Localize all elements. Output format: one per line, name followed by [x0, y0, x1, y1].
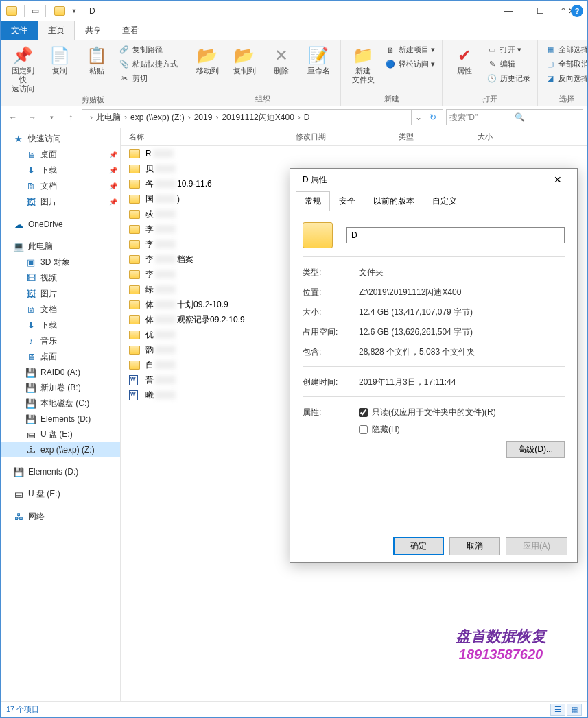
folder-icon: [129, 270, 140, 279]
up-button[interactable]: ↑: [62, 109, 79, 125]
forward-button[interactable]: →: [24, 109, 40, 125]
properties-button[interactable]: ✔属性: [447, 42, 482, 75]
history-button[interactable]: 🕓历史记录: [484, 72, 533, 85]
tree-drive-c[interactable]: 💾本地磁盘 (C:): [1, 396, 120, 411]
tree-quick-access[interactable]: ★快速访问: [1, 131, 120, 147]
edit-button[interactable]: ✎编辑: [484, 58, 533, 71]
tree-documents[interactable]: 🗎文档📌: [1, 178, 120, 194]
search-input[interactable]: 搜索"D" 🔍: [446, 109, 583, 125]
col-date[interactable]: 修改日期: [296, 132, 399, 142]
refresh-button[interactable]: ↻: [425, 112, 441, 122]
tab-security[interactable]: 安全: [330, 191, 364, 211]
copy-button[interactable]: 📄复制: [42, 42, 78, 75]
breadcrumb-item[interactable]: exp (\\exp) (Z:): [128, 112, 187, 122]
new-folder-button[interactable]: 📁新建 文件夹: [345, 42, 381, 84]
breadcrumb-item[interactable]: D: [301, 112, 313, 122]
tab-customize[interactable]: 自定义: [423, 191, 466, 211]
cancel-button[interactable]: 取消: [449, 537, 500, 555]
tree-network[interactable]: 🖧网络: [1, 509, 120, 525]
cut-button[interactable]: ✂剪切: [116, 72, 180, 85]
tab-share[interactable]: 共享: [75, 21, 112, 40]
tree-desktop[interactable]: 🖥桌面: [1, 349, 120, 365]
word-doc-icon: [129, 375, 138, 385]
tab-home[interactable]: 主页: [38, 21, 75, 40]
tab-general[interactable]: 常规: [296, 191, 330, 211]
navigation-tree[interactable]: ★快速访问 🖥桌面📌 ⬇下载📌 🗎文档📌 🖼图片📌 ☁OneDrive 💻此电脑…: [1, 128, 121, 701]
copy-path-button[interactable]: 🔗复制路径: [116, 43, 180, 56]
breadcrumb-item[interactable]: 2019: [191, 112, 215, 122]
rename-button[interactable]: 📝重命名: [301, 42, 336, 75]
tree-onedrive[interactable]: ☁OneDrive: [1, 217, 120, 232]
recent-dropdown-icon[interactable]: ▾: [43, 109, 60, 125]
pin-to-quick-access-button[interactable]: 📌固定到快 速访问: [5, 42, 40, 93]
tree-3d[interactable]: ▣3D 对象: [1, 254, 120, 270]
tree-this-pc[interactable]: 💻此电脑: [1, 239, 120, 254]
close-button[interactable]: ✕: [545, 174, 570, 185]
breadcrumb-item[interactable]: 此电脑: [93, 112, 124, 123]
list-item[interactable]: R: [121, 146, 587, 161]
tree-pictures[interactable]: 🖼图片📌: [1, 194, 120, 210]
readonly-checkbox[interactable]: 只读(仅应用于文件夹中的文件)(R): [359, 407, 565, 418]
tab-previous-versions[interactable]: 以前的版本: [364, 191, 423, 211]
file-name: 曦: [145, 390, 154, 401]
ok-button[interactable]: 确定: [393, 537, 444, 555]
col-name[interactable]: 名称: [121, 132, 296, 142]
minimize-button[interactable]: —: [493, 1, 524, 21]
icons-view-button[interactable]: ▦: [567, 704, 582, 716]
redacted: [155, 300, 176, 309]
folder-icon: [129, 361, 140, 370]
tree-documents[interactable]: 🗎文档: [1, 302, 120, 318]
tree-videos[interactable]: 🎞视频: [1, 270, 120, 286]
open-button[interactable]: ▭打开 ▾: [484, 43, 533, 56]
col-type[interactable]: 类型: [399, 132, 478, 142]
paste-button[interactable]: 📋粘贴: [79, 42, 115, 75]
breadcrumb[interactable]: › 此电脑 › exp (\\exp) (Z:) › 2019 › 201911…: [82, 109, 443, 125]
delete-button[interactable]: ✕删除: [263, 42, 299, 75]
details-view-button[interactable]: ☰: [550, 704, 565, 716]
tab-file[interactable]: 文件: [1, 21, 38, 40]
invert-selection-button[interactable]: ◪反向选择: [542, 72, 588, 85]
breadcrumb-item[interactable]: 20191112闪迪X400: [219, 112, 296, 123]
label-contains: 包含:: [303, 346, 359, 358]
move-to-button[interactable]: 📂移动到: [189, 42, 225, 75]
separator: [303, 396, 565, 397]
tree-drive-b[interactable]: 💾新加卷 (B:): [1, 380, 120, 396]
dialog-titlebar[interactable]: D 属性 ✕: [290, 169, 577, 191]
tree-pictures[interactable]: 🖼图片: [1, 286, 120, 302]
group-label: 打开: [447, 93, 533, 106]
tree-drive-e[interactable]: 🖴U 盘 (E:): [1, 427, 120, 442]
maximize-button[interactable]: ☐: [524, 1, 556, 21]
tree-music[interactable]: ♪音乐: [1, 333, 120, 349]
qat-properties-icon[interactable]: ▭: [27, 3, 43, 19]
easy-access-button[interactable]: 🔵轻松访问 ▾: [382, 58, 438, 71]
tree-drive-d[interactable]: 💾Elements (D:): [1, 411, 120, 427]
watermark-phone: 18913587620: [456, 647, 546, 662]
separator: [24, 5, 25, 17]
copy-to-button[interactable]: 📂复制到: [226, 42, 262, 75]
breadcrumb-dropdown-icon[interactable]: ⌄: [411, 110, 425, 125]
apply-button[interactable]: 应用(A): [506, 537, 567, 555]
tree-drive-a[interactable]: 💾RAID0 (A:): [1, 365, 120, 380]
select-none-button[interactable]: ▢全部取消: [542, 58, 588, 71]
tab-view[interactable]: 查看: [112, 21, 149, 40]
select-all-button[interactable]: ▦全部选择: [542, 43, 588, 56]
advanced-button[interactable]: 高级(D)...: [506, 441, 565, 458]
folder-name-input[interactable]: [346, 227, 565, 243]
back-button[interactable]: ←: [5, 109, 21, 125]
new-item-button[interactable]: 🗎新建项目 ▾: [382, 43, 438, 56]
tree-downloads[interactable]: ⬇下载📌: [1, 163, 120, 178]
minimize-ribbon-icon[interactable]: ⌃: [560, 6, 567, 16]
tree-drive-z[interactable]: 🖧exp (\\exp) (Z:): [1, 442, 120, 457]
tree-downloads[interactable]: ⬇下载: [1, 318, 120, 333]
tree-udisk-e[interactable]: 🖴U 盘 (E:): [1, 486, 120, 502]
folder-icon: [129, 331, 140, 339]
help-icon[interactable]: ?: [571, 5, 583, 17]
value-size: 12.4 GB (13,417,107,079 字节): [359, 307, 565, 318]
tree-elements-d[interactable]: 💾Elements (D:): [1, 464, 120, 479]
paste-shortcut-button[interactable]: 📎粘贴快捷方式: [116, 58, 180, 71]
col-size[interactable]: 大小: [478, 132, 532, 142]
tree-desktop[interactable]: 🖥桌面📌: [1, 147, 120, 163]
hidden-checkbox[interactable]: 隐藏(H): [359, 424, 565, 435]
qat-dropdown-icon[interactable]: ▼: [69, 3, 79, 19]
word-doc-icon: [129, 390, 138, 400]
